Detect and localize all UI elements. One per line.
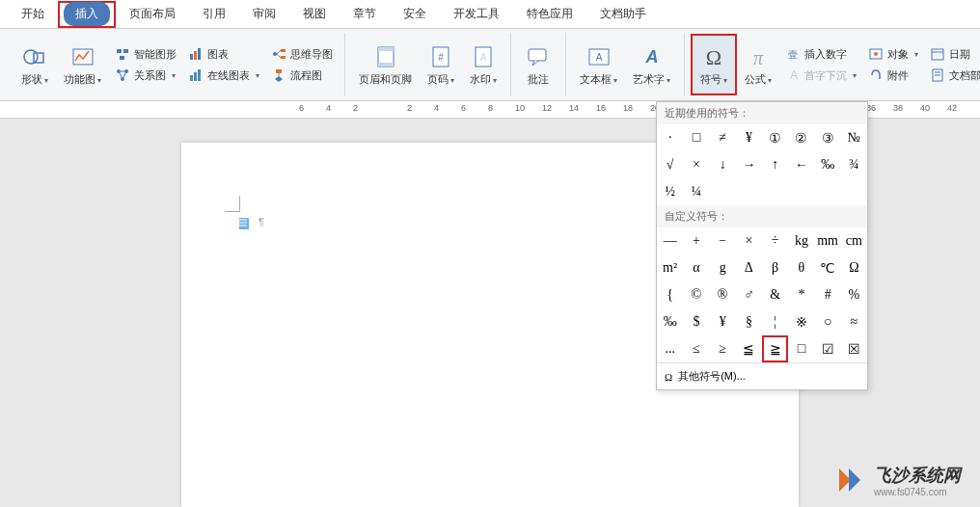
tab-doc-helper[interactable]: 文档助手 (588, 2, 658, 26)
symbol-cell[interactable]: % (841, 281, 867, 308)
symbol-cell[interactable]: ※ (788, 308, 814, 335)
comment-button[interactable]: 批注 (517, 34, 559, 95)
flowchart-button[interactable]: 流程图 (265, 66, 339, 85)
svg-rect-10 (194, 51, 197, 60)
headerfooter-button[interactable]: 页眉和页脚 (351, 34, 420, 95)
tab-dev-tools[interactable]: 开发工具 (442, 2, 511, 26)
symbol-cell[interactable]: g (710, 254, 736, 281)
symbol-dropdown-panel: 近期使用的符号： ·□≠¥①②③№√×↓→↑←‰¾½¼ 自定义符号： —+−×÷… (656, 101, 868, 390)
symbol-cell[interactable]: ... (657, 335, 683, 362)
tab-start[interactable]: 开始 (10, 2, 56, 26)
symbol-cell[interactable]: × (683, 151, 709, 178)
symbol-cell[interactable]: × (736, 227, 762, 254)
symbol-cell[interactable]: α (683, 254, 709, 281)
tab-review[interactable]: 审阅 (241, 2, 287, 26)
symbol-cell[interactable]: ÷ (762, 227, 788, 254)
symbol-cell[interactable]: Δ (736, 254, 762, 281)
pagenumber-icon: # (427, 43, 454, 70)
symbol-cell[interactable]: ‰ (657, 308, 683, 335)
symbol-cell[interactable]: © (683, 281, 709, 308)
tab-reference[interactable]: 引用 (191, 2, 237, 26)
symbol-cell[interactable]: ¾ (841, 151, 867, 178)
symbol-cell[interactable]: № (841, 124, 867, 151)
smartgraphic-button[interactable]: 智能图形 (109, 44, 182, 64)
symbol-cell[interactable]: ↑ (762, 151, 788, 178)
relationchart-button[interactable]: 关系图▾ (109, 66, 182, 85)
onlinechart-button[interactable]: 在线图表▾ (182, 66, 265, 85)
symbol-cell[interactable]: ③ (815, 124, 841, 151)
symbol-cell[interactable]: Ω (841, 254, 867, 281)
svg-text:A: A (480, 52, 487, 63)
symbol-cell[interactable]: ① (762, 124, 788, 151)
symbol-cell[interactable]: − (710, 227, 736, 254)
symbol-cell[interactable]: ≤ (683, 335, 709, 362)
symbol-cell[interactable]: cm (841, 227, 867, 254)
symbol-cell[interactable]: ® (710, 281, 736, 308)
mindmap-button[interactable]: 思维导图 (265, 44, 339, 64)
symbol-cell[interactable]: ↓ (710, 151, 736, 178)
symbol-cell[interactable]: # (815, 281, 841, 308)
symbol-cell[interactable]: ≧ (762, 335, 788, 362)
symbol-cell[interactable]: √ (657, 151, 683, 178)
more-symbols-button[interactable]: Ω 其他符号(M)... (657, 362, 867, 389)
symbol-cell[interactable]: ℃ (815, 254, 841, 281)
symbol-cell[interactable]: kg (788, 227, 814, 254)
tab-view[interactable]: 视图 (291, 2, 338, 26)
symbol-cell[interactable]: ☑ (815, 335, 841, 362)
symbol-cell[interactable]: $ (683, 308, 709, 335)
symbol-cell[interactable]: & (762, 281, 788, 308)
tab-chapter[interactable]: 章节 (341, 2, 388, 26)
symbol-cell[interactable]: ≥ (710, 335, 736, 362)
symbol-cell[interactable]: ¦ (762, 308, 788, 335)
symbol-cell[interactable]: + (683, 227, 709, 254)
symbol-cell[interactable]: ♂ (736, 281, 762, 308)
symbol-cell[interactable]: ¥ (736, 124, 762, 151)
symbol-cell[interactable]: mm (815, 227, 841, 254)
svg-rect-17 (281, 56, 286, 59)
symbol-button[interactable]: Ω 符号▾ (691, 34, 737, 95)
tab-special[interactable]: 特色应用 (515, 2, 585, 26)
symbol-cell[interactable]: ½ (657, 178, 683, 205)
tab-insert[interactable]: 插入 (64, 2, 110, 26)
symbol-cell[interactable]: β (762, 254, 788, 281)
date-button[interactable]: 日期 (924, 44, 980, 64)
symbol-cell[interactable]: θ (788, 254, 814, 281)
symbol-cell[interactable]: □ (788, 335, 814, 362)
symbol-cell[interactable]: ≦ (736, 335, 762, 362)
symbol-icon: Ω (700, 43, 727, 70)
docparts-button[interactable]: 文档部件▾ (924, 66, 980, 85)
symbol-cell[interactable]: ≈ (841, 308, 867, 335)
funcchart-button[interactable]: 功能图▾ (56, 34, 109, 95)
object-button[interactable]: 对象▾ (862, 44, 924, 64)
symbol-cell[interactable]: ≠ (710, 124, 736, 151)
symbol-cell[interactable]: — (657, 227, 683, 254)
chart-button[interactable]: 图表 (182, 44, 265, 64)
tab-page-layout[interactable]: 页面布局 (118, 2, 187, 26)
symbol-cell[interactable]: ¼ (683, 178, 709, 205)
textbox-icon: A (585, 43, 612, 70)
textbox-button[interactable]: A 文本框▾ (572, 34, 625, 95)
pagenumber-button[interactable]: # 页码▾ (420, 34, 462, 95)
symbol-cell[interactable]: ← (788, 151, 814, 178)
arttext-button[interactable]: A 艺术字▾ (625, 34, 678, 95)
symbol-cell[interactable]: · (657, 124, 683, 151)
dropcap-button[interactable]: A首字下沉▾ (779, 66, 862, 85)
symbol-cell[interactable]: ○ (815, 308, 841, 335)
shape-button[interactable]: 形状▾ (14, 34, 56, 95)
tab-security[interactable]: 安全 (392, 2, 438, 26)
symbol-cell[interactable]: ☒ (841, 335, 867, 362)
symbol-cell[interactable]: ‰ (815, 151, 841, 178)
symbol-cell[interactable]: → (736, 151, 762, 178)
symbol-cell[interactable]: { (657, 281, 683, 308)
symbol-cell[interactable]: □ (683, 124, 709, 151)
formula-button[interactable]: π 公式▾ (737, 34, 779, 95)
symbol-cell[interactable]: § (736, 308, 762, 335)
insertnumber-button[interactable]: 壹插入数字 (779, 44, 862, 64)
attachment-button[interactable]: 附件 (862, 66, 924, 85)
ruler-mark: 40 (920, 103, 930, 113)
symbol-cell[interactable]: ② (788, 124, 814, 151)
symbol-cell[interactable]: ¥ (710, 308, 736, 335)
watermark-button[interactable]: A 水印▾ (462, 34, 504, 95)
symbol-cell[interactable]: * (788, 281, 814, 308)
symbol-cell[interactable]: m² (657, 254, 683, 281)
